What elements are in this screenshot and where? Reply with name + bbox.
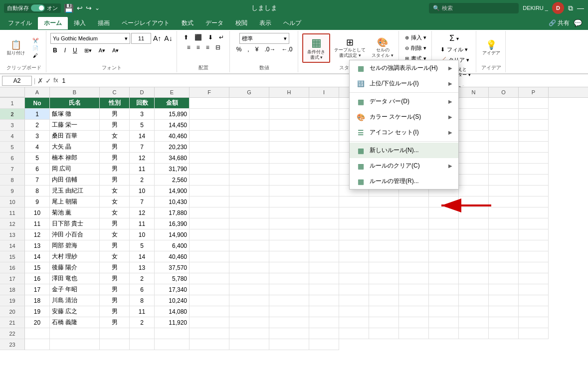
menu-item-new-rule[interactable]: ▦ 新しいルール(N)... [350, 143, 458, 158]
cell-f11[interactable] [190, 207, 229, 218]
cell-g1[interactable] [229, 98, 269, 109]
cell-d15[interactable]: 14 [130, 251, 155, 262]
cell-e16[interactable]: 37,570 [155, 262, 190, 273]
row-header-12[interactable]: 12 [0, 218, 25, 229]
cell-g18[interactable] [229, 284, 269, 295]
cell-e8[interactable]: 2,560 [155, 175, 190, 186]
cell-k20[interactable] [369, 306, 399, 317]
sum-button[interactable]: Σ ▾ [447, 33, 462, 44]
cell-l12[interactable] [399, 218, 429, 229]
cell-m12[interactable] [429, 218, 459, 229]
cell-k11[interactable] [369, 207, 399, 218]
cell-h4[interactable] [269, 131, 309, 142]
cell-e6[interactable]: 34,680 [155, 153, 190, 164]
cell-o13[interactable] [489, 229, 519, 240]
cell-e13[interactable]: 14,900 [155, 229, 190, 240]
row-header-1[interactable]: 1 [0, 98, 25, 109]
cell-p13[interactable] [519, 229, 549, 240]
cell-g14[interactable] [229, 240, 269, 251]
cell-c8[interactable]: 男 [100, 175, 130, 186]
cell-i9[interactable] [309, 186, 339, 196]
cell-n9[interactable] [459, 186, 489, 196]
cell-b1[interactable]: 氏名 [50, 98, 100, 109]
cell-n3[interactable] [459, 120, 489, 131]
cell-k18[interactable] [369, 284, 399, 295]
cell-p16[interactable] [519, 262, 549, 273]
cell-j10[interactable] [339, 196, 369, 207]
cell-e18[interactable]: 17,340 [155, 284, 190, 295]
increase-decimal-button[interactable]: .0→ [262, 45, 278, 54]
formula-input[interactable] [60, 76, 586, 85]
row-header-19[interactable]: 19 [0, 295, 25, 306]
cell-n7[interactable] [459, 164, 489, 175]
cell-e3[interactable]: 14,450 [155, 120, 190, 131]
cell-n17[interactable] [459, 273, 489, 284]
cell-e21[interactable]: 11,920 [155, 317, 190, 328]
cell-k14[interactable] [369, 240, 399, 251]
cell-l15[interactable] [399, 251, 429, 262]
cell-e1[interactable]: 金額 [155, 98, 190, 109]
cell-a23[interactable] [25, 339, 50, 350]
row-header-13[interactable]: 13 [0, 229, 25, 240]
cell-o14[interactable] [489, 240, 519, 251]
row-header-4[interactable]: 4 [0, 131, 25, 142]
cell-g2[interactable] [229, 109, 269, 120]
cell-d17[interactable]: 2 [130, 273, 155, 284]
cell-e20[interactable]: 14,080 [155, 306, 190, 317]
cell-a8[interactable]: 7 [25, 175, 50, 186]
cell-f16[interactable] [190, 262, 229, 273]
tab-page-layout[interactable]: ページレイアウト [116, 17, 176, 29]
cell-g21[interactable] [229, 317, 269, 328]
cell-c23[interactable] [100, 339, 130, 350]
cell-h10[interactable] [269, 196, 309, 207]
cell-f4[interactable] [190, 131, 229, 142]
font-shrink-icon[interactable]: A↓ [163, 33, 173, 43]
cell-g12[interactable] [229, 218, 269, 229]
cell-b20[interactable]: 安藤 広之 [50, 306, 100, 317]
cell-n4[interactable] [459, 131, 489, 142]
cell-j14[interactable] [339, 240, 369, 251]
cell-d14[interactable]: 5 [130, 240, 155, 251]
font-name-dropdown-icon[interactable]: ▾ [125, 35, 128, 42]
cell-b11[interactable]: 菊池 薫 [50, 207, 100, 218]
redo-icon[interactable]: ↪ [86, 4, 92, 12]
cell-o2[interactable] [489, 109, 519, 120]
cell-k22[interactable] [369, 328, 399, 339]
cell-b6[interactable]: 楠本 禄郎 [50, 153, 100, 164]
cell-i6[interactable] [309, 153, 339, 164]
cell-b13[interactable]: 沖田 小百合 [50, 229, 100, 240]
cell-p14[interactable] [519, 240, 549, 251]
cell-e12[interactable]: 16,390 [155, 218, 190, 229]
cell-a21[interactable]: 20 [25, 317, 50, 328]
cell-e23[interactable] [155, 339, 190, 350]
cell-k10[interactable] [369, 196, 399, 207]
cell-i14[interactable] [309, 240, 339, 251]
cell-o4[interactable] [489, 131, 519, 142]
cell-j20[interactable] [339, 306, 369, 317]
cell-n5[interactable] [459, 142, 489, 153]
cell-c5[interactable]: 男 [100, 142, 130, 153]
cell-a1[interactable]: No [25, 98, 50, 109]
cell-e2[interactable]: 15,890 [155, 109, 190, 120]
cell-d6[interactable]: 12 [130, 153, 155, 164]
align-center-button[interactable]: ≡ [194, 43, 202, 52]
cell-g7[interactable] [229, 164, 269, 175]
cell-j21[interactable] [339, 317, 369, 328]
cell-b19[interactable]: 川島 清治 [50, 295, 100, 306]
cell-h20[interactable] [269, 306, 309, 317]
cell-i12[interactable] [309, 218, 339, 229]
cell-k12[interactable] [369, 218, 399, 229]
row-header-6[interactable]: 6 [0, 153, 25, 164]
cell-n22[interactable] [459, 328, 489, 339]
font-grow-icon[interactable]: A↑ [152, 33, 162, 43]
row-header-17[interactable]: 17 [0, 273, 25, 284]
window-minimize-icon[interactable]: — [577, 4, 584, 12]
cell-f6[interactable] [190, 153, 229, 164]
paste-button[interactable]: 📋 貼り付け [5, 39, 27, 57]
cell-f5[interactable] [190, 142, 229, 153]
cell-f2[interactable] [190, 109, 229, 120]
cell-n19[interactable] [459, 295, 489, 306]
cell-a6[interactable]: 5 [25, 153, 50, 164]
cell-m14[interactable] [429, 240, 459, 251]
cell-e17[interactable]: 5,780 [155, 273, 190, 284]
